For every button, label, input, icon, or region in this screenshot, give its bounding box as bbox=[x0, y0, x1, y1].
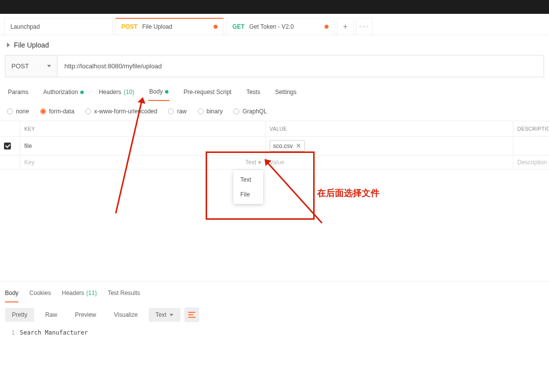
radio-graphql[interactable]: GraphQL bbox=[233, 108, 267, 115]
radio-none[interactable]: none bbox=[7, 108, 29, 115]
kv-header-description: DESCRIPTION bbox=[513, 121, 549, 136]
radio-raw[interactable]: raw bbox=[168, 108, 186, 115]
response-tab-tests[interactable]: Test Results bbox=[108, 287, 140, 302]
unsaved-indicator-icon bbox=[325, 25, 329, 29]
key-type-label: Text bbox=[245, 159, 256, 166]
response-panel: Body Cookies Headers (11) Test Results P… bbox=[0, 281, 549, 338]
status-dot-icon bbox=[80, 91, 84, 94]
radio-icon bbox=[168, 108, 174, 114]
view-pretty-button[interactable]: Pretty bbox=[5, 308, 34, 322]
response-headers-count: (11) bbox=[86, 290, 97, 297]
key-placeholder: Key bbox=[24, 159, 35, 166]
annotation-text: 在后面选择文件 bbox=[317, 187, 380, 199]
tab-get-token-title: GET Get Token - V2.0 bbox=[232, 23, 294, 30]
value-cell[interactable]: sco.csv ✕ bbox=[265, 137, 513, 155]
subtab-body[interactable]: Body bbox=[148, 83, 169, 101]
wrap-icon bbox=[188, 312, 195, 318]
key-type-menu: Text File bbox=[233, 170, 263, 204]
url-bar: POST bbox=[5, 55, 544, 77]
kv-row: file sco.csv ✕ bbox=[0, 137, 549, 155]
request-title-row: File Upload bbox=[0, 35, 549, 55]
radio-icon bbox=[7, 108, 13, 114]
radio-icon bbox=[85, 108, 91, 114]
value-cell[interactable]: Value bbox=[265, 155, 513, 169]
tab-file-upload-title: POST File Upload bbox=[121, 23, 172, 30]
response-tab-body[interactable]: Body bbox=[5, 287, 18, 302]
tab-options-button[interactable]: ○○○ bbox=[356, 18, 373, 35]
kv-header-key: KEY bbox=[20, 121, 265, 136]
caret-down-icon: ▾ bbox=[258, 159, 261, 166]
tab-launchpad[interactable]: Launchpad bbox=[4, 18, 113, 35]
radio-form-data[interactable]: form-data bbox=[40, 108, 74, 115]
subtab-authorization[interactable]: Authorization bbox=[42, 84, 85, 100]
response-tab-cookies[interactable]: Cookies bbox=[29, 287, 51, 302]
key-cell[interactable]: Key Text ▾ Text File bbox=[20, 155, 265, 169]
kv-header-value: VALUE bbox=[265, 121, 513, 136]
subtab-settings[interactable]: Settings bbox=[274, 84, 297, 100]
method-dropdown-label: POST bbox=[11, 62, 29, 70]
subtab-tests[interactable]: Tests bbox=[245, 84, 261, 100]
tab-get-token[interactable]: GET Get Token - V2.0 bbox=[226, 18, 335, 35]
kv-header-row: KEY VALUE DESCRIPTION bbox=[0, 121, 549, 137]
tab-launchpad-label: Launchpad bbox=[10, 23, 40, 30]
plus-icon: + bbox=[343, 22, 347, 31]
annotation-arrow bbox=[266, 161, 323, 224]
chevron-down-icon bbox=[169, 314, 173, 316]
response-tab-headers[interactable]: Headers (11) bbox=[62, 287, 97, 302]
subtab-params[interactable]: Params bbox=[7, 84, 29, 100]
method-label-get: GET bbox=[232, 23, 245, 30]
radio-xwww[interactable]: x-www-form-urlencoded bbox=[85, 108, 157, 115]
radio-binary[interactable]: binary bbox=[198, 108, 223, 115]
new-tab-button[interactable]: + bbox=[337, 18, 354, 35]
key-type-option-text[interactable]: Text bbox=[233, 172, 263, 187]
description-cell[interactable] bbox=[513, 137, 549, 155]
view-visualize-button[interactable]: Visualize bbox=[107, 308, 145, 322]
method-dropdown[interactable]: POST bbox=[5, 55, 57, 77]
view-raw-button[interactable]: Raw bbox=[38, 308, 64, 322]
key-type-option-file[interactable]: File bbox=[233, 187, 263, 202]
view-preview-button[interactable]: Preview bbox=[68, 308, 103, 322]
request-subtabs: Params Authorization Headers (10) Body P… bbox=[0, 83, 549, 101]
body-type-radios: none form-data x-www-form-urlencoded raw… bbox=[0, 101, 549, 121]
unsaved-indicator-icon bbox=[214, 25, 218, 29]
response-body: 1 Search Manufacturer bbox=[0, 327, 549, 338]
request-tabs-bar: Launchpad POST File Upload GET Get Token… bbox=[0, 14, 549, 35]
request-title: File Upload bbox=[14, 41, 49, 49]
file-chip: sco.csv ✕ bbox=[270, 140, 305, 151]
subtab-prerequest[interactable]: Pre-request Script bbox=[182, 84, 232, 100]
wrap-button[interactable] bbox=[184, 307, 199, 322]
chevron-down-icon bbox=[47, 65, 51, 67]
headers-count: (10) bbox=[124, 89, 134, 96]
tab-file-upload[interactable]: POST File Upload bbox=[115, 18, 224, 35]
response-toolbar: Pretty Raw Preview Visualize Text bbox=[0, 302, 549, 327]
response-tabs: Body Cookies Headers (11) Test Results bbox=[0, 287, 549, 302]
file-chip-name: sco.csv bbox=[273, 143, 293, 149]
url-input[interactable] bbox=[57, 55, 544, 77]
radio-icon bbox=[198, 108, 204, 114]
response-line[interactable]: Search Manufacturer bbox=[20, 329, 88, 336]
app-topbar bbox=[0, 0, 549, 14]
radio-icon bbox=[40, 108, 46, 114]
description-placeholder: Description bbox=[517, 159, 547, 166]
row-checkbox[interactable] bbox=[4, 143, 11, 149]
format-dropdown[interactable]: Text bbox=[149, 308, 180, 322]
key-cell[interactable]: file bbox=[20, 137, 265, 155]
value-placeholder: Value bbox=[270, 159, 284, 166]
expand-caret-icon[interactable] bbox=[7, 43, 10, 48]
remove-file-icon[interactable]: ✕ bbox=[296, 142, 301, 149]
kv-row-new: Key Text ▾ Text File Value Description bbox=[0, 155, 549, 170]
subtab-headers[interactable]: Headers (10) bbox=[98, 84, 135, 100]
line-number: 1 bbox=[0, 329, 20, 336]
key-type-dropdown[interactable]: Text ▾ bbox=[245, 159, 261, 166]
status-dot-icon bbox=[165, 90, 168, 94]
radio-icon bbox=[233, 108, 239, 114]
description-cell[interactable]: Description bbox=[513, 155, 549, 169]
tab-get-token-name: Get Token - V2.0 bbox=[249, 23, 294, 30]
tab-file-upload-name: File Upload bbox=[142, 23, 172, 30]
method-label-post: POST bbox=[121, 23, 138, 30]
more-icon: ○○○ bbox=[359, 24, 370, 29]
